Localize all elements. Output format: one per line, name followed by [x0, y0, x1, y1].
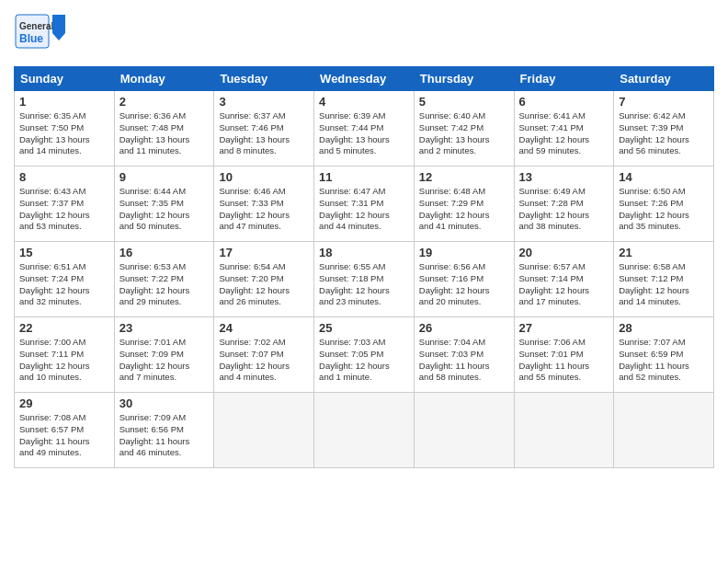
- day-number: 30: [119, 396, 210, 410]
- cell-info: Sunrise: 6:44 AM Sunset: 7:35 PM Dayligh…: [119, 186, 210, 233]
- cell-info: Sunrise: 7:02 AM Sunset: 7:07 PM Dayligh…: [219, 337, 309, 384]
- day-number: 24: [219, 321, 309, 335]
- weekday-header-monday: Monday: [114, 67, 214, 91]
- day-number: 26: [419, 321, 509, 335]
- day-number: 5: [419, 95, 509, 109]
- calendar-cell: 3Sunrise: 6:37 AM Sunset: 7:46 PM Daylig…: [214, 91, 314, 167]
- cell-info: Sunrise: 7:04 AM Sunset: 7:03 PM Dayligh…: [419, 337, 509, 384]
- weekday-header-friday: Friday: [514, 67, 614, 91]
- day-number: 10: [219, 170, 309, 184]
- cell-info: Sunrise: 6:51 AM Sunset: 7:24 PM Dayligh…: [19, 261, 109, 308]
- cell-info: Sunrise: 7:03 AM Sunset: 7:05 PM Dayligh…: [319, 337, 409, 384]
- calendar-cell: 11Sunrise: 6:47 AM Sunset: 7:31 PM Dayli…: [314, 167, 415, 242]
- day-number: 17: [219, 246, 309, 259]
- weekday-header-sunday: Sunday: [15, 67, 115, 91]
- calendar-cell: 17Sunrise: 6:54 AM Sunset: 7:20 PM Dayli…: [214, 242, 314, 317]
- calendar-cell: 20Sunrise: 6:57 AM Sunset: 7:14 PM Dayli…: [514, 242, 614, 317]
- cell-info: Sunrise: 6:57 AM Sunset: 7:14 PM Dayligh…: [519, 261, 609, 308]
- svg-text:General: General: [19, 21, 53, 31]
- calendar-cell: 13Sunrise: 6:49 AM Sunset: 7:28 PM Dayli…: [514, 167, 614, 242]
- day-number: 11: [319, 170, 409, 184]
- day-number: 29: [19, 396, 109, 410]
- calendar-cell: 27Sunrise: 7:06 AM Sunset: 7:01 PM Dayli…: [514, 317, 614, 393]
- calendar-cell: 22Sunrise: 7:00 AM Sunset: 7:11 PM Dayli…: [15, 317, 115, 393]
- cell-info: Sunrise: 7:06 AM Sunset: 7:01 PM Dayligh…: [519, 337, 609, 384]
- cell-info: Sunrise: 6:49 AM Sunset: 7:28 PM Dayligh…: [519, 186, 609, 233]
- day-number: 12: [419, 170, 509, 184]
- cell-info: Sunrise: 6:42 AM Sunset: 7:39 PM Dayligh…: [619, 110, 709, 157]
- day-number: 21: [619, 246, 709, 259]
- calendar-cell: 9Sunrise: 6:44 AM Sunset: 7:35 PM Daylig…: [114, 167, 214, 242]
- cell-info: Sunrise: 6:48 AM Sunset: 7:29 PM Dayligh…: [419, 186, 509, 233]
- cell-info: Sunrise: 7:09 AM Sunset: 6:56 PM Dayligh…: [119, 412, 210, 459]
- calendar-cell: [314, 393, 415, 468]
- calendar-cell: 2Sunrise: 6:36 AM Sunset: 7:48 PM Daylig…: [114, 91, 214, 167]
- cell-info: Sunrise: 6:55 AM Sunset: 7:18 PM Dayligh…: [319, 261, 409, 308]
- day-number: 4: [319, 95, 409, 109]
- day-number: 9: [119, 170, 210, 184]
- day-number: 7: [619, 95, 709, 109]
- day-number: 25: [319, 321, 409, 335]
- calendar-cell: 30Sunrise: 7:09 AM Sunset: 6:56 PM Dayli…: [114, 393, 214, 468]
- day-number: 15: [19, 246, 109, 259]
- cell-info: Sunrise: 6:36 AM Sunset: 7:48 PM Dayligh…: [119, 110, 210, 157]
- day-number: 14: [619, 170, 709, 184]
- svg-marker-4: [52, 15, 65, 40]
- calendar-cell: 15Sunrise: 6:51 AM Sunset: 7:24 PM Dayli…: [15, 242, 115, 317]
- day-number: 27: [519, 321, 609, 335]
- cell-info: Sunrise: 6:50 AM Sunset: 7:26 PM Dayligh…: [619, 186, 709, 233]
- calendar-table: SundayMondayTuesdayWednesdayThursdayFrid…: [14, 66, 714, 468]
- day-number: 20: [519, 246, 609, 259]
- calendar-cell: 23Sunrise: 7:01 AM Sunset: 7:09 PM Dayli…: [114, 317, 214, 393]
- calendar-cell: 29Sunrise: 7:08 AM Sunset: 6:57 PM Dayli…: [15, 393, 115, 468]
- calendar-cell: 6Sunrise: 6:41 AM Sunset: 7:41 PM Daylig…: [514, 91, 614, 167]
- cell-info: Sunrise: 6:47 AM Sunset: 7:31 PM Dayligh…: [319, 186, 409, 233]
- calendar-cell: 8Sunrise: 6:43 AM Sunset: 7:37 PM Daylig…: [15, 167, 115, 242]
- calendar-cell: 7Sunrise: 6:42 AM Sunset: 7:39 PM Daylig…: [614, 91, 714, 167]
- calendar-cell: 19Sunrise: 6:56 AM Sunset: 7:16 PM Dayli…: [414, 242, 514, 317]
- calendar-cell: [514, 393, 614, 468]
- day-number: 23: [119, 321, 210, 335]
- calendar-week-4: 29Sunrise: 7:08 AM Sunset: 6:57 PM Dayli…: [15, 393, 714, 468]
- calendar-cell: 14Sunrise: 6:50 AM Sunset: 7:26 PM Dayli…: [614, 167, 714, 242]
- weekday-header-tuesday: Tuesday: [214, 67, 314, 91]
- day-number: 19: [419, 246, 509, 259]
- cell-info: Sunrise: 6:53 AM Sunset: 7:22 PM Dayligh…: [119, 261, 210, 308]
- calendar-cell: 24Sunrise: 7:02 AM Sunset: 7:07 PM Dayli…: [214, 317, 314, 393]
- day-number: 16: [119, 246, 210, 259]
- calendar-cell: 16Sunrise: 6:53 AM Sunset: 7:22 PM Dayli…: [114, 242, 214, 317]
- cell-info: Sunrise: 7:00 AM Sunset: 7:11 PM Dayligh…: [19, 337, 109, 384]
- page: General Blue SundayMondayTuesdayWednesda…: [0, 0, 728, 563]
- cell-info: Sunrise: 6:58 AM Sunset: 7:12 PM Dayligh…: [619, 261, 709, 308]
- day-number: 13: [519, 170, 609, 184]
- cell-info: Sunrise: 6:54 AM Sunset: 7:20 PM Dayligh…: [219, 261, 309, 308]
- cell-info: Sunrise: 6:43 AM Sunset: 7:37 PM Dayligh…: [19, 186, 109, 233]
- day-number: 8: [19, 170, 109, 184]
- day-number: 6: [519, 95, 609, 109]
- calendar-cell: 26Sunrise: 7:04 AM Sunset: 7:03 PM Dayli…: [414, 317, 514, 393]
- cell-info: Sunrise: 6:56 AM Sunset: 7:16 PM Dayligh…: [419, 261, 509, 308]
- weekday-header-thursday: Thursday: [414, 67, 514, 91]
- calendar-cell: 10Sunrise: 6:46 AM Sunset: 7:33 PM Dayli…: [214, 167, 314, 242]
- day-number: 28: [619, 321, 709, 335]
- calendar-week-2: 15Sunrise: 6:51 AM Sunset: 7:24 PM Dayli…: [15, 242, 714, 317]
- logo: General Blue: [14, 13, 87, 59]
- day-number: 2: [119, 95, 210, 109]
- calendar-cell: 21Sunrise: 6:58 AM Sunset: 7:12 PM Dayli…: [614, 242, 714, 317]
- calendar-cell: 1Sunrise: 6:35 AM Sunset: 7:50 PM Daylig…: [15, 91, 115, 167]
- calendar-cell: 4Sunrise: 6:39 AM Sunset: 7:44 PM Daylig…: [314, 91, 415, 167]
- calendar-week-1: 8Sunrise: 6:43 AM Sunset: 7:37 PM Daylig…: [15, 167, 714, 242]
- cell-info: Sunrise: 6:46 AM Sunset: 7:33 PM Dayligh…: [219, 186, 309, 233]
- calendar-week-0: 1Sunrise: 6:35 AM Sunset: 7:50 PM Daylig…: [15, 91, 714, 167]
- cell-info: Sunrise: 6:37 AM Sunset: 7:46 PM Dayligh…: [219, 110, 309, 157]
- cell-info: Sunrise: 6:40 AM Sunset: 7:42 PM Dayligh…: [419, 110, 509, 157]
- cell-info: Sunrise: 6:35 AM Sunset: 7:50 PM Dayligh…: [19, 110, 109, 157]
- header: General Blue: [14, 9, 714, 59]
- calendar-cell: 5Sunrise: 6:40 AM Sunset: 7:42 PM Daylig…: [414, 91, 514, 167]
- logo-svg: General Blue: [14, 13, 87, 59]
- calendar-cell: [414, 393, 514, 468]
- calendar-cell: 28Sunrise: 7:07 AM Sunset: 6:59 PM Dayli…: [614, 317, 714, 393]
- day-number: 1: [19, 95, 109, 109]
- calendar-cell: [214, 393, 314, 468]
- day-number: 3: [219, 95, 309, 109]
